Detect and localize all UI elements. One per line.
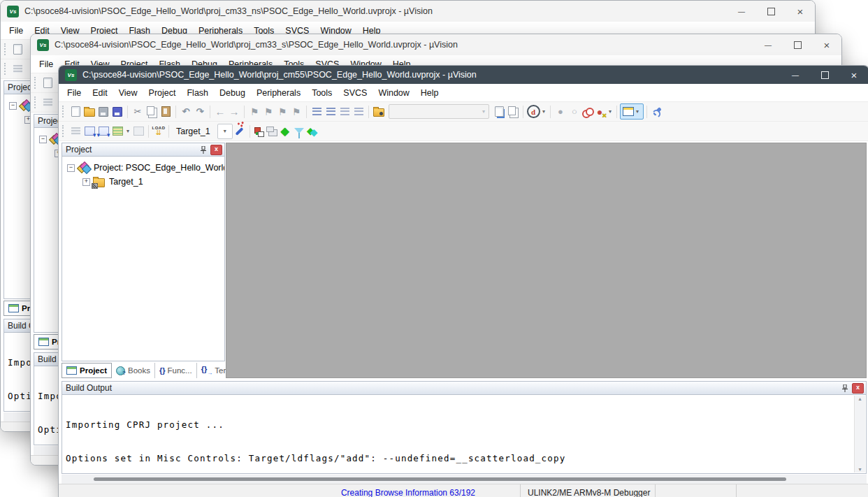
menu-view[interactable]: View bbox=[113, 86, 143, 100]
options-for-target-button[interactable] bbox=[233, 124, 247, 138]
maximize-button[interactable] bbox=[756, 1, 786, 22]
copy-button[interactable] bbox=[145, 105, 159, 119]
maximize-button[interactable] bbox=[783, 34, 812, 55]
open-file-button[interactable] bbox=[82, 105, 96, 119]
menu-project[interactable]: Project bbox=[143, 86, 182, 100]
close-button[interactable] bbox=[786, 1, 815, 22]
translate-button[interactable] bbox=[41, 96, 55, 110]
horizontal-scrollbar[interactable] bbox=[62, 475, 867, 484]
toolbar-grip[interactable] bbox=[62, 106, 65, 117]
menu-window[interactable]: Window bbox=[372, 86, 414, 100]
close-button[interactable] bbox=[839, 66, 868, 84]
menu-flash[interactable]: Flash bbox=[181, 86, 214, 100]
clear-bookmarks-button[interactable] bbox=[289, 105, 303, 119]
collapse-icon[interactable] bbox=[9, 102, 17, 110]
scroll-down-arrow[interactable] bbox=[858, 466, 861, 473]
expand-icon[interactable] bbox=[82, 178, 90, 186]
previous-bookmark-button[interactable] bbox=[275, 105, 289, 119]
toggle-bookmark-button[interactable] bbox=[247, 105, 261, 119]
new-file-button[interactable] bbox=[68, 105, 82, 119]
enable-disable-breakpoint-button[interactable] bbox=[567, 105, 581, 119]
new-file-button[interactable] bbox=[41, 76, 55, 90]
new-file-button[interactable] bbox=[10, 43, 24, 57]
layout-dropdown-caret[interactable] bbox=[634, 108, 641, 115]
scroll-up-arrow[interactable] bbox=[858, 396, 861, 402]
tree-row-project[interactable]: Project: PSOC_Edge_Hello_World bbox=[62, 161, 224, 175]
manage-rte-button[interactable] bbox=[278, 124, 292, 138]
comment-button[interactable] bbox=[338, 105, 352, 119]
close-panel-button[interactable] bbox=[852, 383, 864, 394]
toolbar-grip[interactable] bbox=[34, 77, 37, 89]
menu-help[interactable]: Help bbox=[415, 86, 444, 100]
pin-icon[interactable] bbox=[840, 384, 850, 393]
chevron-down-icon[interactable] bbox=[480, 108, 487, 115]
rebuild-button[interactable] bbox=[96, 124, 110, 138]
unindent-button[interactable] bbox=[324, 105, 338, 119]
find-in-document-button[interactable] bbox=[492, 105, 506, 119]
toolbar-grip[interactable] bbox=[4, 43, 7, 55]
search-combo[interactable] bbox=[389, 104, 489, 119]
debug-dropdown-caret[interactable] bbox=[540, 108, 547, 115]
collapse-icon[interactable] bbox=[67, 164, 75, 172]
menu-file[interactable]: File bbox=[62, 86, 87, 100]
close-button[interactable] bbox=[812, 34, 841, 55]
menu-debug[interactable]: Debug bbox=[214, 86, 251, 100]
target-select-value[interactable]: Target_1 bbox=[172, 127, 217, 136]
menu-peripherals[interactable]: Peripherals bbox=[251, 86, 306, 100]
find-in-files-button[interactable] bbox=[372, 105, 386, 119]
menu-edit[interactable]: Edit bbox=[87, 86, 113, 100]
uncomment-button[interactable] bbox=[352, 105, 366, 119]
vertical-scrollbar[interactable] bbox=[854, 396, 865, 473]
window-layout-button[interactable] bbox=[620, 103, 644, 120]
tab-project[interactable]: Project bbox=[62, 363, 112, 378]
menu-file[interactable]: File bbox=[34, 57, 59, 71]
paste-button[interactable] bbox=[159, 105, 173, 119]
tab-books[interactable]: Books bbox=[112, 363, 155, 378]
scrollbar-thumb[interactable] bbox=[94, 477, 786, 481]
menu-tools[interactable]: Tools bbox=[306, 86, 338, 100]
manage-project-items-button[interactable] bbox=[253, 126, 264, 137]
toolbar-grip[interactable] bbox=[34, 96, 37, 108]
start-stop-debug-button[interactable] bbox=[526, 105, 540, 119]
breakpoint-dropdown-caret[interactable] bbox=[607, 108, 614, 115]
uvision-window-cm55[interactable]: C:\psoce84-uvision\PSOC_Edge_Hello_World… bbox=[58, 65, 868, 497]
menu-svcs[interactable]: SVCS bbox=[338, 86, 372, 100]
minimize-button[interactable] bbox=[753, 34, 783, 55]
tab-functions[interactable]: Func... bbox=[155, 363, 197, 378]
stop-build-button[interactable] bbox=[131, 124, 145, 138]
build-button[interactable] bbox=[82, 124, 96, 138]
download-button[interactable]: LOAD bbox=[152, 124, 166, 138]
kill-all-breakpoints-button[interactable] bbox=[593, 105, 607, 119]
indent-button[interactable] bbox=[310, 105, 324, 119]
insert-breakpoint-button[interactable] bbox=[554, 105, 567, 119]
target-select-dropdown[interactable] bbox=[217, 124, 233, 139]
next-bookmark-button[interactable] bbox=[261, 105, 275, 119]
redo-button[interactable] bbox=[193, 105, 207, 119]
maximize-button[interactable] bbox=[810, 66, 839, 84]
navigate-forward-button[interactable] bbox=[227, 105, 241, 119]
navigate-back-button[interactable] bbox=[213, 105, 227, 119]
tree-row-target[interactable]: Target_1 bbox=[62, 175, 224, 189]
close-panel-button[interactable] bbox=[210, 145, 222, 155]
titlebar[interactable]: C:\psoce84-uvision\PSOC_Edge_Hello_World… bbox=[31, 34, 841, 55]
minimize-button[interactable] bbox=[727, 1, 756, 22]
undo-button[interactable] bbox=[179, 105, 193, 119]
pin-icon[interactable] bbox=[198, 145, 208, 154]
translate-button[interactable] bbox=[68, 124, 82, 138]
titlebar[interactable]: C:\psoce84-uvision\PSOC_Edge_Hello_World… bbox=[1, 1, 815, 22]
incremental-find-button[interactable] bbox=[506, 105, 520, 119]
disable-all-breakpoints-button[interactable] bbox=[581, 106, 593, 117]
manage-multi-project-button[interactable] bbox=[264, 124, 278, 138]
select-software-packs-button[interactable] bbox=[292, 124, 306, 138]
toolbar-grip[interactable] bbox=[62, 125, 65, 137]
batch-build-button[interactable] bbox=[110, 124, 124, 138]
translate-button[interactable] bbox=[10, 62, 24, 76]
cut-button[interactable] bbox=[131, 105, 145, 119]
batch-build-caret[interactable] bbox=[124, 128, 131, 134]
titlebar[interactable]: C:\psoce84-uvision\PSOC_Edge_Hello_World… bbox=[59, 66, 868, 84]
configure-tools-button[interactable] bbox=[650, 105, 664, 119]
menu-file[interactable]: File bbox=[3, 24, 29, 38]
collapse-icon[interactable] bbox=[39, 136, 47, 143]
pack-installer-button[interactable] bbox=[306, 124, 320, 138]
save-button[interactable] bbox=[96, 105, 110, 119]
